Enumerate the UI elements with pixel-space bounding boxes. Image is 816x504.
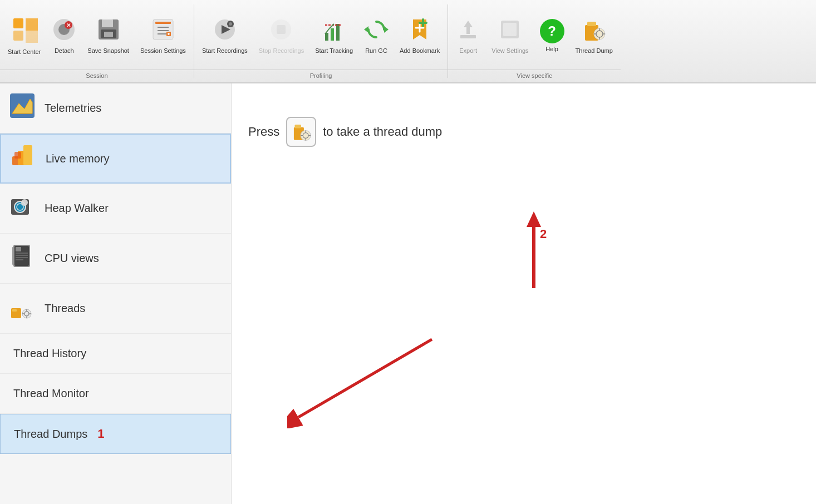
svg-rect-27 <box>331 28 334 41</box>
view-settings-label: View Settings <box>491 47 528 55</box>
start-tracking-icon <box>322 17 346 45</box>
svg-rect-79 <box>295 125 301 129</box>
session-settings-icon <box>151 17 175 45</box>
thread-dump-label: Thread Dump <box>576 47 613 55</box>
view-settings-icon <box>498 17 522 45</box>
save-snapshot-label: Save Snapshot <box>87 47 129 55</box>
svg-rect-11 <box>104 32 113 37</box>
svg-line-87 <box>298 339 432 417</box>
svg-point-61 <box>21 199 28 206</box>
svg-rect-57 <box>14 152 21 159</box>
sidebar-item-telemetries[interactable]: Telemetries <box>0 83 231 134</box>
svg-rect-42 <box>503 23 517 36</box>
add-bookmark-icon <box>407 17 432 45</box>
thread-dump-icon <box>582 17 606 45</box>
sidebar: Telemetries Live memory <box>0 83 232 504</box>
run-gc-icon <box>364 17 389 45</box>
sidebar-item-heap-walker[interactable]: Heap Walker <box>0 184 231 234</box>
add-bookmark-label: Add Bookmark <box>400 47 440 55</box>
thread-dump-inline-icon <box>291 122 311 142</box>
sidebar-subitem-thread-history[interactable]: Thread History <box>0 334 231 374</box>
export-button[interactable]: Export <box>450 8 486 64</box>
run-gc-button[interactable]: Run GC <box>358 8 394 64</box>
view-settings-button[interactable]: View Settings <box>486 8 534 64</box>
stop-recordings-button[interactable]: Stop Recordings <box>253 8 309 64</box>
start-center-button[interactable]: Start Center <box>2 8 46 64</box>
sidebar-item-live-memory[interactable]: Live memory <box>0 134 231 184</box>
export-icon <box>456 17 480 45</box>
start-center-label: Start Center <box>8 48 41 56</box>
main-layout: Telemetries Live memory <box>0 83 816 504</box>
sidebar-item-live-memory-label: Live memory <box>46 152 109 165</box>
svg-rect-25 <box>277 25 286 34</box>
detach-button[interactable]: ✕ Detach <box>46 8 82 64</box>
start-recordings-icon <box>213 17 237 45</box>
session-settings-button[interactable]: Session Settings <box>135 8 191 64</box>
live-memory-icon <box>10 143 37 175</box>
arrow-head <box>527 211 541 227</box>
save-snapshot-button[interactable]: Save Snapshot <box>82 8 135 64</box>
detach-icon: ✕ <box>52 17 76 45</box>
sidebar-item-heap-walker-label: Heap Walker <box>45 202 109 215</box>
session-buttons: Start Center ✕ Detach <box>0 0 194 70</box>
svg-rect-65 <box>16 253 28 254</box>
sidebar-item-cpu-views[interactable]: CPU views <box>0 234 231 284</box>
svg-marker-1 <box>26 18 38 31</box>
help-label: Help <box>545 46 558 53</box>
view-specific-section-label: View specific <box>448 70 621 82</box>
svg-rect-2 <box>13 31 23 41</box>
sidebar-item-cpu-views-label: CPU views <box>45 252 99 265</box>
start-center-icon <box>11 16 38 46</box>
sidebar-subitem-thread-monitor-label: Thread Monitor <box>13 387 89 400</box>
annotation-arrow-container: 2 <box>527 211 541 288</box>
start-recordings-button[interactable]: Start Recordings <box>196 8 253 64</box>
svg-text:✕: ✕ <box>66 22 71 28</box>
thread-dump-inline-button[interactable] <box>286 117 316 147</box>
svg-rect-13 <box>155 22 171 24</box>
save-snapshot-icon <box>96 17 121 45</box>
view-specific-buttons: Export View Settings ? Help <box>448 0 621 70</box>
help-circle: ? <box>540 19 564 43</box>
stop-recordings-icon <box>269 17 293 45</box>
profiling-buttons: Start Recordings Stop Recordings <box>194 0 448 70</box>
help-icon: ? <box>540 19 564 43</box>
detach-label: Detach <box>55 47 74 55</box>
svg-rect-69 <box>12 247 14 265</box>
stop-recordings-label: Stop Recordings <box>259 47 304 55</box>
svg-rect-40 <box>460 35 476 38</box>
svg-marker-33 <box>364 26 368 33</box>
svg-marker-3 <box>26 31 38 43</box>
start-recordings-label: Start Recordings <box>202 47 248 55</box>
sidebar-item-threads-label: Threads <box>45 302 85 315</box>
thread-dump-button[interactable]: Thread Dump <box>570 8 618 64</box>
svg-rect-39 <box>466 27 470 34</box>
svg-rect-66 <box>16 255 28 256</box>
sidebar-subitem-thread-dumps[interactable]: Thread Dumps 1 <box>0 414 231 454</box>
sidebar-subitem-thread-monitor[interactable]: Thread Monitor <box>0 374 231 414</box>
instruction-prefix: Press <box>248 125 279 139</box>
svg-rect-0 <box>13 18 23 28</box>
telemetries-icon <box>9 92 36 124</box>
toolbar: Start Center ✕ Detach <box>0 0 816 83</box>
sidebar-item-threads[interactable]: Threads <box>0 284 231 334</box>
add-bookmark-button[interactable]: Add Bookmark <box>394 8 445 64</box>
arrow-body <box>532 227 535 288</box>
svg-marker-32 <box>384 26 389 33</box>
help-button[interactable]: ? Help <box>534 8 570 64</box>
annotation-arrow-up <box>527 211 541 288</box>
svg-rect-64 <box>16 247 21 251</box>
svg-rect-9 <box>102 19 113 27</box>
toolbar-section-session: Start Center ✕ Detach <box>0 0 194 82</box>
svg-rect-56 <box>23 145 32 165</box>
threads-icon <box>9 293 36 324</box>
start-tracking-button[interactable]: Start Tracking <box>309 8 358 64</box>
start-tracking-label: Start Tracking <box>315 47 353 55</box>
svg-rect-68 <box>16 259 23 260</box>
run-gc-label: Run GC <box>365 47 387 55</box>
diagonal-arrow-svg <box>287 306 443 428</box>
session-settings-label: Session Settings <box>140 47 186 55</box>
export-label: Export <box>459 47 477 55</box>
svg-marker-38 <box>464 21 473 27</box>
svg-rect-44 <box>587 22 596 26</box>
profiling-section-label: Profiling <box>194 70 448 82</box>
